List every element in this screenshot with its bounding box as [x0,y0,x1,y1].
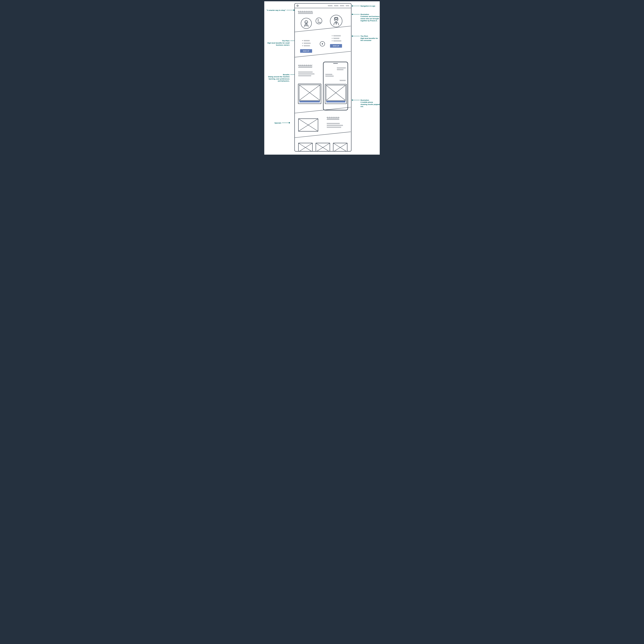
list-item [332,35,341,36]
row-card[interactable] [333,143,348,151]
nav-link[interactable] [346,5,349,6]
image-placeholder-icon [326,85,346,101]
benefits-headline [298,65,312,67]
card-cta-bar[interactable] [299,101,320,103]
card-cta-bar[interactable] [326,101,345,103]
top-nav [295,3,351,8]
consumer-bullets [331,35,341,43]
phone-result-card[interactable] [325,84,347,104]
specials-headline [327,117,339,120]
target-icon [320,41,325,46]
annot-specials: Specials [274,122,289,124]
specials-image [298,118,318,132]
section-benefits [295,59,351,112]
nav-link[interactable] [334,5,338,6]
logo-icon[interactable] [297,5,298,7]
annot-benefits: Benefits Dialog around the machine learn… [266,74,298,82]
list-item [302,40,311,41]
annot-pitch-business: The Pitch High level benefits for small … [266,40,298,46]
section-hero [295,10,351,34]
section-specials [295,113,351,137]
section-card-row [295,139,351,151]
specials-body [327,123,343,128]
annot-tagline: "A smarter way to shop" [266,9,294,11]
phone-text [337,67,346,70]
result-card[interactable] [298,84,321,104]
row-card[interactable] [298,143,313,151]
list-item [302,45,311,46]
annot-pitch-consumer: The Pitch High level benefits for the co… [352,35,380,41]
list-item [332,40,341,41]
image-placeholder-icon [299,85,320,100]
business-owner-avatar-icon [301,18,312,29]
annot-hero-illo: Illustration Customer and business owner… [352,13,380,22]
nav-link[interactable] [328,5,333,6]
phone-mockup [323,62,348,110]
hero-headline [298,11,313,14]
phone-text [325,74,334,77]
wireframe-canvas: "A smarter way to shop" Navigation & Log… [264,1,380,155]
list-item [332,38,341,39]
annot-nav: Navigation & Logo [352,5,375,7]
signup-consumer-button[interactable]: SIGN UP [330,44,342,48]
row-card[interactable] [316,143,330,151]
signup-business-button[interactable]: SIGN UP [300,49,312,53]
nav-links [328,5,349,6]
svg-point-3 [336,19,337,20]
section-pitch: SIGN UP SIGN UP [295,34,351,57]
nav-link[interactable] [340,5,344,6]
product-boot-icon [316,18,322,24]
benefits-body [298,71,315,76]
list-item [302,43,311,44]
business-bullets [301,40,311,48]
annot-phone-illo: Illustration A mobile phone showing resu… [352,99,380,108]
page-wireframe: SIGN UP SIGN UP [294,3,351,151]
phone-text [340,80,346,81]
customer-avatar-icon [330,15,342,27]
svg-point-2 [335,19,336,20]
